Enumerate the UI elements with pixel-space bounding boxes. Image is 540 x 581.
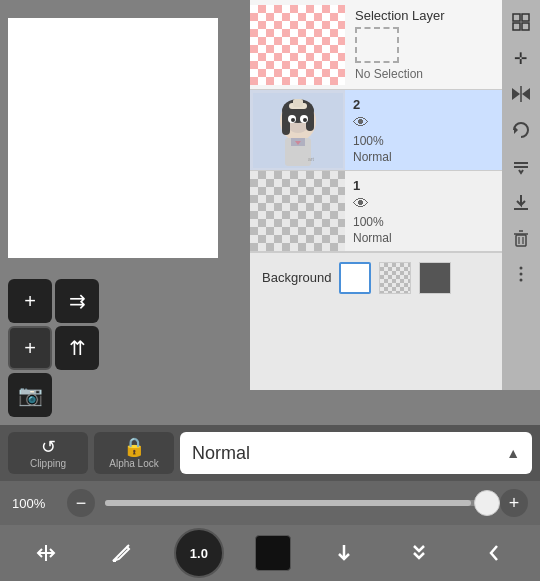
- layer-2-info: 2 👁 100% Normal: [345, 91, 502, 170]
- canvas-white: [8, 18, 218, 258]
- brush-size-button[interactable]: 1.0: [174, 528, 224, 578]
- back-button[interactable]: [472, 531, 516, 575]
- flip-h-icon-button[interactable]: [503, 76, 539, 112]
- delete-icon-button[interactable]: [503, 220, 539, 256]
- layers-panel: Selection Layer No Selection: [250, 0, 502, 390]
- tools-row-2: + ⇈: [8, 326, 99, 370]
- canvas-tools: + ⇉ + ⇈ 📷: [8, 279, 99, 420]
- svg-rect-16: [513, 14, 520, 21]
- layer-2-visibility-icon[interactable]: 👁: [353, 114, 369, 132]
- camera-button[interactable]: 📷: [8, 373, 52, 417]
- clipping-icon: ↺: [41, 438, 56, 456]
- background-dark-button[interactable]: [419, 262, 451, 294]
- background-row: Background: [250, 252, 502, 302]
- delete-icon: [510, 227, 532, 249]
- svg-rect-18: [513, 23, 520, 30]
- layer-2-row[interactable]: art 2 👁 100% Normal: [250, 90, 502, 171]
- layer-1-number: 1: [353, 178, 494, 193]
- opacity-bar: 100% − +: [0, 481, 540, 525]
- color-swatch[interactable]: [255, 535, 291, 571]
- layer-2-blend: Normal: [353, 150, 494, 164]
- layer-1-blend-mode: Normal: [353, 231, 392, 245]
- svg-marker-22: [522, 88, 530, 100]
- more-icon: [510, 263, 532, 285]
- back-arrow-icon: [482, 541, 506, 565]
- minus-icon: −: [76, 493, 87, 514]
- tools-row-3: 📷: [8, 373, 99, 417]
- background-label: Background: [262, 270, 331, 285]
- alpha-lock-icon: 🔒: [123, 438, 145, 456]
- layer-2-meta: 👁: [353, 114, 494, 132]
- opacity-knob[interactable]: [474, 490, 500, 516]
- move-icon-button[interactable]: ✛: [503, 40, 539, 76]
- svg-point-34: [520, 273, 523, 276]
- opacity-plus-button[interactable]: +: [500, 489, 528, 517]
- svg-rect-14: [293, 99, 303, 107]
- more-icon-button[interactable]: [503, 256, 539, 292]
- grid-icon-button[interactable]: [503, 4, 539, 40]
- download-icon: [510, 191, 532, 213]
- layer-1-meta: 👁: [353, 195, 494, 213]
- svg-rect-28: [516, 235, 526, 246]
- background-white-button[interactable]: [339, 262, 371, 294]
- background-transparent-button[interactable]: [379, 262, 411, 294]
- down-arrow-button[interactable]: [322, 531, 366, 575]
- svg-point-8: [291, 118, 295, 122]
- svg-marker-24: [514, 126, 518, 134]
- grid-icon: [511, 12, 531, 32]
- brush-size-value: 1.0: [190, 546, 208, 561]
- svg-rect-19: [522, 23, 529, 30]
- layer-2-thumbnail: art: [250, 90, 345, 170]
- opacity-track[interactable]: [105, 500, 490, 506]
- no-selection-label: No Selection: [355, 67, 492, 81]
- svg-rect-4: [282, 111, 290, 135]
- clipping-button[interactable]: ↺ Clipping: [8, 432, 88, 474]
- svg-marker-21: [512, 88, 520, 100]
- no-selection-box: [355, 27, 399, 63]
- bottom-toolbar: 1.0: [0, 525, 540, 581]
- download-icon-button[interactable]: [503, 184, 539, 220]
- add-layer-button[interactable]: +: [8, 279, 52, 323]
- main-content: + ⇉ + ⇈ 📷: [0, 0, 540, 425]
- pen-tool-button[interactable]: [99, 531, 143, 575]
- blend-mode-selector[interactable]: Normal ▲: [180, 432, 532, 474]
- selection-layer-title: Selection Layer: [355, 8, 492, 23]
- layer-1-info: 1 👁 100% Normal: [345, 172, 502, 251]
- opacity-minus-button[interactable]: −: [67, 489, 95, 517]
- collapse-icon: [510, 155, 532, 177]
- layer-2-number: 2: [353, 97, 494, 112]
- svg-point-9: [303, 118, 307, 122]
- add-clipping-button[interactable]: +: [8, 326, 52, 370]
- opacity-fill: [105, 500, 471, 506]
- blend-mode-arrow-icon: ▲: [506, 445, 520, 461]
- collapse-icon-button[interactable]: [503, 148, 539, 184]
- app-container: + ⇉ + ⇈ 📷: [0, 0, 540, 581]
- flatten-button[interactable]: ⇈: [55, 326, 99, 370]
- layer-1-row[interactable]: 1 👁 100% Normal: [250, 171, 502, 252]
- double-down-icon: [407, 541, 431, 565]
- alpha-lock-label: Alpha Lock: [109, 458, 158, 469]
- layer-1-visibility-icon[interactable]: 👁: [353, 195, 369, 213]
- svg-text:art: art: [308, 156, 314, 162]
- merge-layer-button[interactable]: ⇉: [55, 279, 99, 323]
- alpha-lock-button[interactable]: 🔒 Alpha Lock: [94, 432, 174, 474]
- down-arrow-icon: [332, 541, 356, 565]
- transform-tool-icon: [34, 541, 58, 565]
- blend-bar: ↺ Clipping 🔒 Alpha Lock Normal ▲: [0, 425, 540, 481]
- character-svg: art: [253, 93, 343, 168]
- rotate-icon-button[interactable]: [503, 112, 539, 148]
- rotate-icon: [510, 119, 532, 141]
- selection-layer-row[interactable]: Selection Layer No Selection: [250, 0, 502, 90]
- camera-icon: 📷: [18, 383, 43, 407]
- flatten-icon: ⇈: [69, 336, 86, 360]
- merge-icon: ⇉: [69, 289, 86, 313]
- plus-icon-opacity: +: [509, 493, 520, 514]
- svg-text:✛: ✛: [514, 50, 527, 67]
- transform-tool-button[interactable]: [24, 531, 68, 575]
- pen-tool-icon: [109, 541, 133, 565]
- plus-icon: +: [24, 290, 36, 313]
- plus-outline-icon: +: [24, 337, 36, 360]
- layer-1-blend: Normal: [353, 231, 494, 245]
- clipping-label: Clipping: [30, 458, 66, 469]
- double-down-button[interactable]: [397, 531, 441, 575]
